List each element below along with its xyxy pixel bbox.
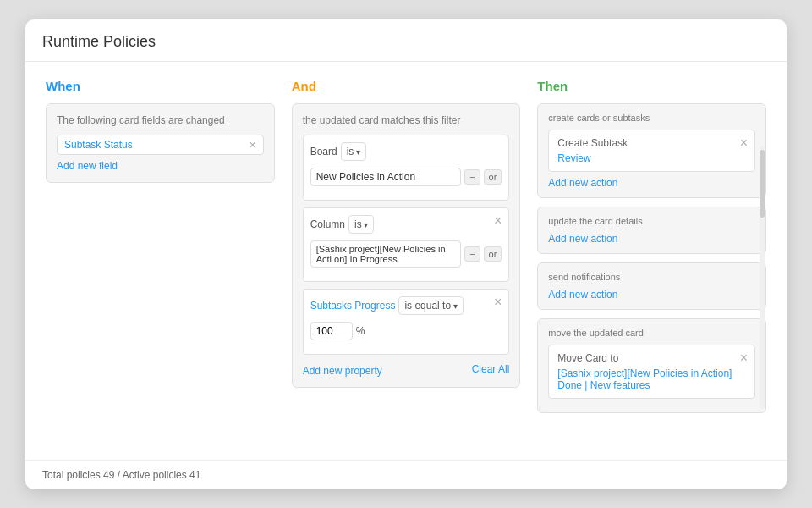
- notify-add-action-link[interactable]: Add new action: [548, 289, 755, 301]
- create-section-title: create cards or subtasks: [548, 113, 755, 123]
- and-section-box: the updated card matches this filter Boa…: [292, 103, 521, 388]
- move-card-action-value[interactable]: [Sashix project][New Policies in Action]…: [557, 367, 746, 391]
- column-filter-label-row: Column is: [310, 215, 502, 234]
- when-header: When: [46, 79, 275, 93]
- subtasks-progress-label-row: Subtasks Progress is equal to: [310, 296, 502, 315]
- scrollbar-thumb[interactable]: [760, 150, 765, 218]
- create-subtask-close-icon[interactable]: ×: [740, 135, 748, 151]
- and-section-title: the updated card matches this filter: [303, 114, 510, 126]
- column-minus-btn[interactable]: −: [464, 246, 480, 262]
- footer-text: Total policies 49 / Active policies 41: [42, 469, 200, 481]
- create-add-action-link[interactable]: Add new action: [548, 177, 755, 189]
- add-new-property-link[interactable]: Add new property: [303, 365, 382, 377]
- create-subtask-action-value[interactable]: Review: [557, 152, 746, 164]
- subtasks-progress-close-icon[interactable]: ×: [494, 295, 502, 310]
- column-operator-dropdown[interactable]: is: [348, 215, 374, 234]
- subtasks-progress-operator-dropdown[interactable]: is equal to: [398, 296, 463, 315]
- when-section-box: The following card fields are changed Su…: [46, 103, 275, 183]
- subtasks-progress-label: Subtasks Progress: [310, 300, 396, 312]
- remove-subtask-status-icon[interactable]: ×: [249, 139, 255, 151]
- when-column: When The following card fields are chang…: [46, 79, 275, 443]
- move-section: move the updated card × Move Card to [Sa…: [537, 318, 766, 413]
- main-window: Runtime Policies When The following card…: [25, 19, 787, 489]
- when-section-title: The following card fields are changed: [57, 114, 264, 126]
- notify-section-title: send notifications: [548, 272, 755, 282]
- column-filter-label: Column: [310, 218, 345, 230]
- clear-all-link[interactable]: Clear All: [472, 363, 510, 375]
- board-filter-block: Board is New Policies in Action − or: [303, 135, 510, 201]
- and-header: And: [292, 79, 521, 93]
- move-card-action-box: × Move Card to [Sashix project][New Poli…: [548, 345, 755, 399]
- create-section: create cards or subtasks × Create Subtas…: [537, 103, 766, 198]
- then-header: Then: [537, 79, 766, 93]
- and-column: And the updated card matches this filter…: [292, 79, 521, 443]
- footer: Total policies 49 / Active policies 41: [25, 460, 787, 489]
- board-minus-btn[interactable]: −: [464, 169, 480, 185]
- window-content: When The following card fields are chang…: [25, 62, 787, 489]
- add-clear-row: Add new property Clear All: [303, 362, 510, 377]
- percent-sign: %: [356, 325, 365, 337]
- move-card-action-label: Move Card to: [557, 352, 746, 364]
- column-value: [Sashix project][New Policies in Acti on…: [310, 240, 461, 268]
- board-filter-label: Board: [310, 146, 337, 157]
- subtasks-progress-input[interactable]: [310, 322, 353, 340]
- column-or-btn[interactable]: or: [484, 246, 502, 262]
- add-field-link[interactable]: Add new field: [57, 160, 264, 172]
- board-filter-row: Board is: [310, 142, 502, 161]
- column-filter-close-icon[interactable]: ×: [494, 213, 502, 229]
- create-subtask-action-box: × Create Subtask Review: [548, 130, 755, 172]
- page-title: Runtime Policies: [25, 19, 787, 62]
- board-or-btn[interactable]: or: [484, 169, 502, 185]
- board-operator-dropdown[interactable]: is: [341, 142, 366, 161]
- move-card-close-icon[interactable]: ×: [740, 351, 748, 366]
- scrollbar-track: [760, 146, 765, 409]
- update-section: update the card details Add new action: [537, 207, 766, 254]
- then-column: Then create cards or subtasks × Create S…: [537, 79, 766, 443]
- subtasks-progress-filter-block: × Subtasks Progress is equal to %: [303, 289, 510, 355]
- create-subtask-action-label: Create Subtask: [557, 137, 746, 149]
- main-area: When The following card fields are chang…: [25, 62, 787, 460]
- board-value: New Policies in Action: [310, 168, 461, 186]
- subtask-status-tag[interactable]: Subtask Status ×: [57, 135, 264, 155]
- subtask-status-row: Subtask Status ×: [57, 135, 264, 155]
- column-filter-block: × Column is [Sashix project][New Policie…: [303, 207, 510, 282]
- update-add-action-link[interactable]: Add new action: [548, 233, 755, 245]
- move-section-title: move the updated card: [548, 328, 755, 338]
- board-value-row: New Policies in Action − or: [310, 168, 502, 186]
- subtask-status-label: Subtask Status: [64, 139, 133, 151]
- column-value-row: [Sashix project][New Policies in Acti on…: [310, 240, 502, 268]
- subtasks-progress-value-row: %: [310, 322, 502, 340]
- notify-section: send notifications Add new action: [537, 262, 766, 310]
- update-section-title: update the card details: [548, 216, 755, 226]
